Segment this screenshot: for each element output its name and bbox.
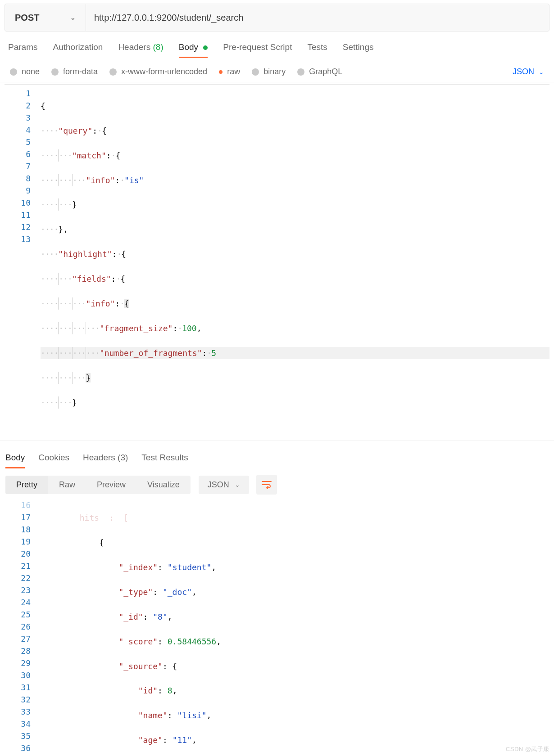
view-preview[interactable]: Preview xyxy=(86,476,136,494)
editor-gutter: 1 2 3 4 5 6 7 8 9 10 11 12 13 xyxy=(5,85,37,436)
request-url-input[interactable] xyxy=(86,4,549,31)
body-type-xwww[interactable]: x-www-form-urlencoded xyxy=(109,67,207,76)
radio-icon xyxy=(10,68,17,76)
body-type-binary[interactable]: binary xyxy=(252,67,286,76)
view-visualize[interactable]: Visualize xyxy=(136,476,191,494)
editor-code[interactable]: { ····"query":·{ ·······"match":·{ ·····… xyxy=(37,85,549,436)
resp-tab-headers-count: (3) xyxy=(118,453,128,462)
tab-pre-request-script[interactable]: Pre-request Script xyxy=(223,42,292,58)
resp-tab-headers-label: Headers xyxy=(83,453,115,462)
radio-icon xyxy=(297,68,304,76)
raw-language-value: JSON xyxy=(513,67,534,76)
request-bar: POST ⌄ xyxy=(5,4,549,32)
response-tabs: Body Cookies Headers (3) Test Results xyxy=(0,441,554,468)
request-tabs: Params Authorization Headers (8) Body Pr… xyxy=(0,32,554,58)
raw-language-select[interactable]: JSON ⌄ xyxy=(513,67,544,76)
radio-icon xyxy=(51,68,59,76)
tab-body[interactable]: Body xyxy=(179,42,208,58)
response-language-select[interactable]: JSON ⌄ xyxy=(199,476,249,494)
request-body-editor[interactable]: 1 2 3 4 5 6 7 8 9 10 11 12 13 { ····"que… xyxy=(5,84,549,436)
response-toolbar: Pretty Raw Preview Visualize JSON ⌄ xyxy=(0,468,554,499)
resp-tab-headers[interactable]: Headers (3) xyxy=(83,453,128,468)
tab-tests[interactable]: Tests xyxy=(307,42,327,58)
tab-body-label: Body xyxy=(179,42,198,52)
chevron-down-icon: ⌄ xyxy=(70,14,76,21)
resp-tab-test-results[interactable]: Test Results xyxy=(141,453,188,468)
wrap-lines-button[interactable] xyxy=(256,475,277,495)
body-type-graphql[interactable]: GraphQL xyxy=(297,67,342,76)
tab-headers-label: Headers xyxy=(118,42,150,52)
chevron-down-icon: ⌄ xyxy=(539,68,544,76)
resp-tab-body[interactable]: Body xyxy=(5,453,25,468)
chevron-down-icon: ⌄ xyxy=(235,481,240,488)
http-method-select[interactable]: POST ⌄ xyxy=(5,4,86,31)
radio-icon xyxy=(252,68,259,76)
http-method-value: POST xyxy=(15,13,39,23)
tab-params[interactable]: Params xyxy=(8,42,37,58)
tab-settings[interactable]: Settings xyxy=(343,42,374,58)
view-raw[interactable]: Raw xyxy=(48,476,86,494)
tab-headers-count: (8) xyxy=(153,42,163,52)
response-language-value: JSON xyxy=(208,480,229,490)
body-type-form-data[interactable]: form-data xyxy=(51,67,98,76)
radio-icon xyxy=(109,68,117,76)
response-gutter: 16 17 18 19 20 21 22 23 24 25 26 27 28 2… xyxy=(5,499,37,756)
radio-icon xyxy=(219,70,223,74)
response-code[interactable]: hits : [ { "_index": "student", "_type":… xyxy=(37,499,549,756)
body-modified-dot-icon xyxy=(203,45,208,50)
response-view-mode: Pretty Raw Preview Visualize xyxy=(5,476,191,494)
tab-headers[interactable]: Headers (8) xyxy=(118,42,163,58)
body-type-raw[interactable]: raw xyxy=(219,67,240,76)
body-type-row: none form-data x-www-form-urlencoded raw… xyxy=(0,58,554,82)
response-body-viewer[interactable]: 16 17 18 19 20 21 22 23 24 25 26 27 28 2… xyxy=(5,499,549,756)
wrap-icon xyxy=(261,480,272,489)
view-pretty[interactable]: Pretty xyxy=(5,476,48,494)
tab-authorization[interactable]: Authorization xyxy=(53,42,103,58)
resp-tab-cookies[interactable]: Cookies xyxy=(38,453,69,468)
body-type-none[interactable]: none xyxy=(10,67,40,76)
